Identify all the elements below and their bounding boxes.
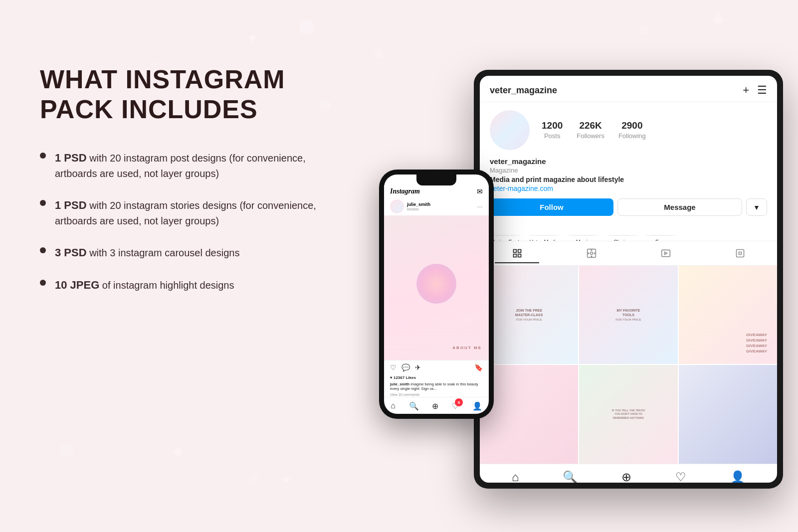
phone-header: Instagram ✉ — [384, 185, 489, 197]
tab-bar — [480, 241, 777, 266]
svg-rect-0 — [513, 250, 516, 253]
direct-icon[interactable]: ✉ — [477, 187, 483, 195]
instagram-logo: Instagram — [390, 187, 420, 195]
phone-user-info: julie_smith london — [390, 199, 430, 213]
bullet-dot — [40, 200, 46, 206]
page-title: WHAT INSTAGRAM PACK INCLUDES — [40, 65, 319, 125]
svg-point-6 — [591, 250, 592, 251]
menu-icon[interactable]: ☰ — [757, 84, 767, 97]
highlight-circle — [606, 235, 637, 236]
profile-top: 1200 Posts 226K Followers 2900 Following — [490, 110, 767, 150]
list-item: 1 PSD with 20 instagram post designs (fo… — [40, 150, 319, 181]
svg-rect-11 — [736, 250, 744, 257]
tab-reels[interactable] — [554, 243, 628, 263]
phone-post-image: ABOUT ME — [384, 215, 489, 360]
devices-container: veter_magazine + ☰ 1200 Posts — [349, 30, 798, 504]
phone-avatar — [390, 199, 404, 213]
tab-igtv[interactable] — [628, 243, 703, 263]
phone-heart-icon[interactable]: ♡ 9 — [452, 401, 459, 411]
bullet-dot — [40, 153, 46, 159]
svg-rect-3 — [518, 254, 521, 257]
instagram-header: veter_magazine + ☰ — [480, 76, 777, 102]
phone-bottom-nav: ⌂ 🔍 ⊕ ♡ 9 👤 — [384, 397, 489, 414]
phone-location: london — [407, 207, 430, 211]
add-icon[interactable]: + — [743, 84, 749, 97]
bullet-dot — [40, 247, 46, 253]
highlight-circle — [529, 235, 560, 236]
highlight-circle — [568, 235, 598, 236]
heart-nav-icon[interactable]: ♡ — [675, 470, 686, 483]
bio-description: Media and print magazine about lifestyle — [490, 176, 767, 183]
svg-rect-1 — [518, 250, 521, 253]
svg-point-7 — [591, 256, 592, 257]
view-comments[interactable]: View 20 comments — [384, 392, 489, 397]
profile-stats: 1200 Posts 226K Followers 2900 Following — [542, 120, 646, 140]
follow-button[interactable]: Follow — [490, 198, 613, 216]
home-nav-icon[interactable]: ⌂ — [512, 470, 519, 483]
message-button[interactable]: Message — [617, 198, 742, 216]
followers-count: 226K — [577, 120, 604, 131]
flower-decoration — [416, 264, 456, 304]
highlights-row: Spring Fest Veter Media Music Choice Fe.… — [480, 231, 777, 241]
left-panel: WHAT INSTAGRAM PACK INCLUDES 1 PSD with … — [40, 65, 319, 293]
add-nav-icon[interactable]: ⊕ — [621, 470, 631, 483]
phone-user-row: julie_smith london ··· — [384, 197, 489, 215]
bio-category: Magazine — [490, 167, 767, 174]
profile-section: 1200 Posts 226K Followers 2900 Following — [480, 102, 777, 231]
phone-screen: Instagram ✉ julie_smith london ··· ABOUT… — [384, 175, 489, 414]
bullet-dot — [40, 280, 46, 286]
following-count: 2900 — [618, 120, 646, 131]
svg-point-9 — [594, 253, 595, 254]
grid-item[interactable]: JOIN THE FREEMASTER-CLASSfor your price — [480, 266, 578, 364]
bottom-navigation: ⌂ 🔍 ⊕ ♡ 👤 — [480, 464, 777, 483]
header-icons: + ☰ — [743, 84, 767, 97]
posts-stat: 1200 Posts — [542, 120, 563, 140]
phone-add-icon[interactable]: ⊕ — [432, 401, 438, 411]
post-grid: JOIN THE FREEMASTER-CLASSfor your price … — [480, 266, 777, 464]
grid-item[interactable] — [679, 365, 777, 463]
posts-label: Posts — [544, 132, 561, 140]
bookmark-icon[interactable]: 🔖 — [474, 363, 483, 371]
grid-item[interactable]: GIVEAWAYGIVEAWAYGIVEAWAYGIVEAWAY — [679, 266, 777, 364]
phone-profile-icon[interactable]: 👤 — [472, 401, 482, 411]
post-caption: julie_smith imagine being able to soak i… — [384, 381, 489, 393]
grid-item[interactable]: MY FAVORITETOOLSfor your price — [579, 266, 677, 364]
likes-count: ♥ 12367 Likes — [384, 374, 489, 381]
list-item: 10 JPEG of instagram highlight designs — [40, 277, 319, 293]
tablet-device: veter_magazine + ☰ 1200 Posts — [474, 70, 783, 489]
svg-point-5 — [590, 252, 593, 255]
grid-item[interactable] — [480, 365, 578, 463]
share-icon[interactable]: ✈ — [415, 363, 421, 371]
svg-rect-10 — [661, 250, 670, 256]
phone-device: Instagram ✉ julie_smith london ··· ABOUT… — [379, 170, 494, 419]
comment-icon[interactable]: 💬 — [401, 363, 410, 371]
more-options-icon[interactable]: ··· — [477, 202, 483, 210]
followers-stat: 226K Followers — [577, 120, 604, 140]
grid-item[interactable]: IF YOU TELL THE TRUTHYOU DON'T HAVE TORE… — [579, 365, 677, 463]
dropdown-button[interactable]: ▼ — [746, 198, 767, 216]
like-icon[interactable]: ♡ — [390, 363, 397, 371]
svg-rect-2 — [513, 254, 516, 257]
tab-tagged[interactable] — [703, 243, 777, 263]
bio-section: veter_magazine Magazine Media and print … — [490, 157, 767, 192]
action-buttons: Follow Message ▼ — [490, 198, 767, 216]
list-item: 1 PSD with 20 instagram stories designs … — [40, 197, 319, 228]
about-me-label: ABOUT ME — [452, 346, 482, 350]
phone-home-icon[interactable]: ⌂ — [391, 401, 396, 411]
caption-username: julie_smith — [390, 382, 409, 386]
tablet-screen: veter_magazine + ☰ 1200 Posts — [480, 76, 777, 483]
bio-name: veter_magazine — [490, 157, 767, 166]
features-list: 1 PSD with 20 instagram post designs (fo… — [40, 150, 319, 293]
highlight-circle — [645, 235, 676, 236]
profile-nav-icon[interactable]: 👤 — [730, 470, 745, 483]
notification-badge: 9 — [455, 398, 463, 406]
search-nav-icon[interactable]: 🔍 — [563, 470, 578, 483]
bio-link[interactable]: veter-magazine.com — [490, 184, 767, 192]
svg-point-8 — [588, 253, 589, 254]
avatar — [490, 110, 530, 150]
following-label: Following — [618, 132, 646, 140]
notch — [416, 175, 456, 185]
phone-username: julie_smith — [407, 202, 430, 207]
phone-search-icon[interactable]: 🔍 — [409, 401, 419, 411]
posts-count: 1200 — [542, 120, 563, 131]
